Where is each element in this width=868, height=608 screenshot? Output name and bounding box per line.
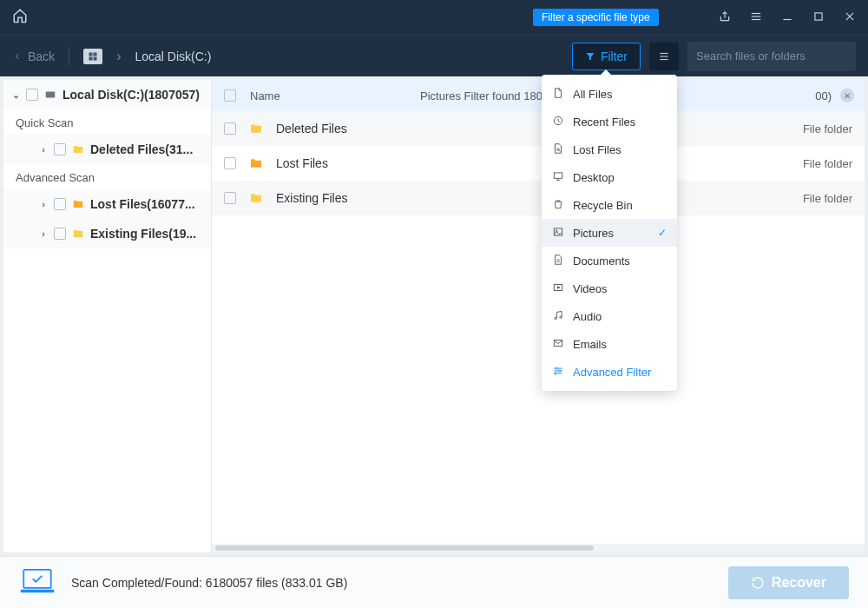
- filter-option-label: Pictures: [573, 227, 614, 240]
- list-view-button[interactable]: [649, 43, 679, 70]
- horizontal-scrollbar[interactable]: [212, 544, 865, 552]
- checkbox[interactable]: [224, 192, 236, 204]
- recent-icon: [552, 115, 564, 129]
- videos-icon: [552, 281, 564, 296]
- search-box[interactable]: [687, 42, 856, 71]
- file-name: Lost Files: [276, 156, 791, 170]
- filter-option-recent-files[interactable]: Recent Files: [542, 108, 677, 135]
- svg-rect-7: [89, 52, 93, 56]
- tree-item-existing[interactable]: › Existing Files(19...: [3, 219, 211, 248]
- filter-option-pictures[interactable]: Pictures✓: [542, 219, 677, 247]
- audio-icon: [552, 309, 564, 324]
- tree-root-label: Local Disk(C:)(1807057): [62, 88, 200, 102]
- chevron-right-icon[interactable]: ›: [38, 144, 49, 155]
- documents-icon: [552, 254, 564, 268]
- close-filter-strip-icon[interactable]: ✕: [840, 89, 854, 102]
- breadcrumb-separator-icon: ›: [116, 49, 121, 64]
- filter-option-label: Recent Files: [573, 116, 635, 129]
- filter-tooltip-badge: Filter a specific file type: [533, 9, 659, 26]
- svg-rect-17: [23, 569, 51, 587]
- drive-icon: [83, 49, 102, 64]
- tree-item-deleted[interactable]: › Deleted Files(31...: [3, 135, 211, 164]
- svg-point-28: [555, 317, 556, 319]
- tree-section-quickscan: Quick Scan: [3, 109, 211, 135]
- file-row[interactable]: Lost FilesFile folder: [212, 146, 865, 181]
- filter-option-label: Documents: [573, 254, 630, 268]
- file-name: Deleted Files: [276, 122, 791, 135]
- desktop-icon: [552, 170, 564, 185]
- filter-option-all-files[interactable]: All Files: [542, 80, 677, 108]
- tree-item-lost[interactable]: › Lost Files(16077...: [3, 189, 211, 219]
- filter-option-desktop[interactable]: Desktop: [542, 163, 677, 191]
- content-panel: Name Pictures Filter found 1807057 item …: [212, 80, 865, 552]
- file-icon: [552, 87, 564, 102]
- svg-rect-4: [815, 12, 822, 19]
- filter-option-emails[interactable]: Emails: [542, 330, 677, 358]
- file-row[interactable]: Existing FilesFile folder: [212, 181, 865, 215]
- breadcrumb-location[interactable]: Local Disk(C:): [135, 50, 211, 63]
- folder-icon: [71, 143, 85, 155]
- checkbox[interactable]: [26, 89, 38, 101]
- svg-rect-22: [554, 228, 562, 235]
- svg-point-35: [559, 369, 561, 371]
- folder-icon: [248, 156, 264, 170]
- titlebar: Filter a specific file type: [0, 0, 868, 35]
- filter-option-documents[interactable]: Documents: [542, 247, 677, 274]
- filter-result-strip: Name Pictures Filter found 1807057 item …: [212, 80, 865, 111]
- filter-option-label: Advanced Filter: [573, 366, 651, 379]
- svg-rect-18: [21, 589, 55, 592]
- scrollbar-thumb[interactable]: [215, 545, 594, 551]
- close-icon[interactable]: [844, 10, 856, 25]
- checkbox[interactable]: [224, 122, 236, 135]
- filter-option-audio[interactable]: Audio: [542, 302, 677, 330]
- tree-section-advancedscan: Advanced Scan: [3, 164, 211, 189]
- scan-status-text: Scan Completed/Found: 6180057 files (833…: [71, 576, 347, 590]
- recover-icon: [751, 576, 765, 590]
- back-button[interactable]: Back: [12, 50, 55, 63]
- filter-option-lost-files[interactable]: Lost Files: [542, 135, 677, 163]
- menu-icon[interactable]: [750, 10, 762, 25]
- filter-option-videos[interactable]: Videos: [542, 274, 677, 302]
- sidebar: ⌄ Local Disk(C:)(1807057) Quick Scan › D…: [3, 80, 212, 552]
- window-controls: [719, 10, 856, 25]
- svg-rect-10: [94, 56, 97, 60]
- filter-result-tail: 00): [815, 89, 832, 102]
- filter-option-label: All Files: [573, 88, 613, 101]
- laptop-check-icon: [19, 568, 56, 598]
- select-all-checkbox[interactable]: [224, 89, 236, 102]
- checkbox[interactable]: [54, 198, 66, 210]
- file-name: Existing Files: [276, 191, 791, 205]
- search-input[interactable]: [696, 50, 842, 63]
- checkbox[interactable]: [54, 143, 66, 155]
- checkbox[interactable]: [54, 228, 66, 240]
- share-icon[interactable]: [719, 10, 731, 25]
- home-icon[interactable]: [12, 8, 28, 27]
- recycle-icon: [552, 198, 564, 213]
- column-name-header[interactable]: Name: [250, 89, 354, 102]
- tree-root[interactable]: ⌄ Local Disk(C:)(1807057): [3, 80, 211, 109]
- filter-option-recycle-bin[interactable]: Recycle Bin: [542, 191, 677, 219]
- chevron-right-icon[interactable]: ›: [38, 228, 49, 239]
- folder-icon: [248, 191, 264, 205]
- emails-icon: [552, 337, 564, 352]
- file-type: File folder: [803, 122, 852, 135]
- lost-icon: [552, 142, 564, 157]
- checkbox[interactable]: [224, 157, 236, 169]
- back-label: Back: [28, 50, 55, 63]
- tree-item-label: Existing Files(19...: [90, 227, 196, 241]
- file-row[interactable]: Deleted FilesFile folder: [212, 111, 865, 146]
- filter-option-advanced-filter[interactable]: Advanced Filter: [542, 358, 677, 386]
- svg-marker-27: [557, 286, 559, 287]
- minimize-icon[interactable]: [781, 10, 793, 25]
- filter-button[interactable]: Filter: [572, 43, 641, 70]
- chevron-right-icon[interactable]: ›: [38, 199, 49, 209]
- filter-option-label: Desktop: [573, 171, 615, 184]
- maximize-icon[interactable]: [812, 10, 825, 25]
- chevron-down-icon[interactable]: ⌄: [10, 89, 21, 101]
- recover-button[interactable]: Recover: [728, 566, 849, 599]
- sliders-icon: [552, 365, 564, 380]
- file-type: File folder: [803, 192, 852, 205]
- svg-rect-21: [554, 172, 562, 177]
- filter-option-label: Audio: [573, 310, 602, 323]
- filter-dropdown: All FilesRecent FilesLost FilesDesktopRe…: [542, 75, 677, 391]
